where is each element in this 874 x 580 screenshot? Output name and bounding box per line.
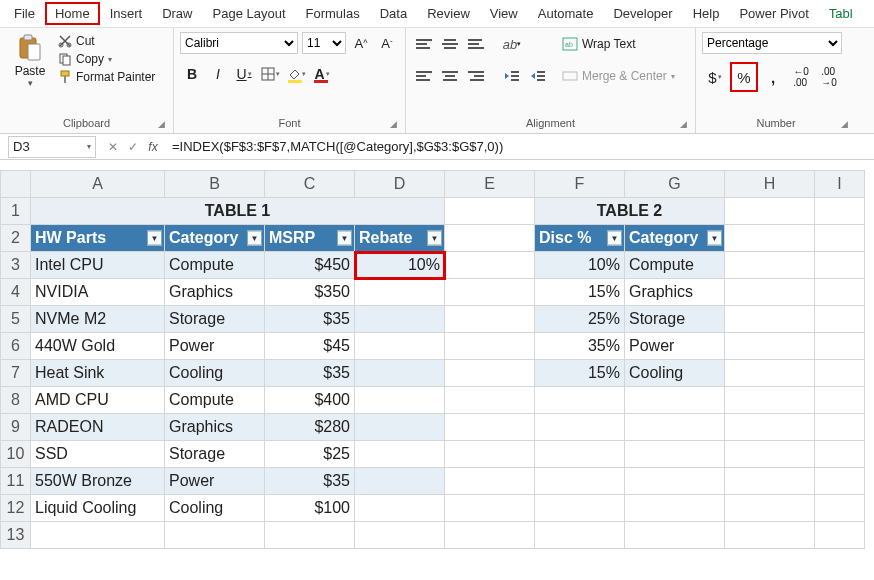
cell[interactable]: $35 (265, 306, 355, 333)
cell[interactable] (815, 333, 865, 360)
font-size-select[interactable]: 11 (302, 32, 346, 54)
col-header-A[interactable]: A (31, 171, 165, 198)
increase-decimal-button[interactable]: ←0.00 (788, 64, 814, 90)
menu-home[interactable]: Home (45, 2, 100, 25)
table1-header-hwparts[interactable]: HW Parts▼ (31, 225, 165, 252)
cell[interactable] (355, 414, 445, 441)
row-header-11[interactable]: 11 (1, 468, 31, 495)
decrease-decimal-button[interactable]: .00→0 (816, 64, 842, 90)
cell[interactable] (725, 414, 815, 441)
cell[interactable] (725, 522, 815, 549)
cell[interactable]: NVMe M2 (31, 306, 165, 333)
table2-header-disc[interactable]: Disc %▼ (535, 225, 625, 252)
cell[interactable]: 25% (535, 306, 625, 333)
table1-header-msrp[interactable]: MSRP▼ (265, 225, 355, 252)
paste-button[interactable]: Paste ▾ (6, 32, 54, 88)
filter-dropdown-icon[interactable]: ▼ (247, 231, 262, 246)
cell[interactable] (625, 468, 725, 495)
cell[interactable] (725, 279, 815, 306)
col-header-D[interactable]: D (355, 171, 445, 198)
menu-file[interactable]: File (4, 2, 45, 25)
enter-formula-button[interactable]: ✓ (124, 140, 142, 154)
cell[interactable] (725, 441, 815, 468)
filter-dropdown-icon[interactable]: ▼ (337, 231, 352, 246)
align-right-button[interactable] (464, 64, 488, 88)
bold-button[interactable]: B (180, 62, 204, 86)
cell[interactable]: Heat Sink (31, 360, 165, 387)
cell[interactable]: 15% (535, 279, 625, 306)
cell[interactable]: Power (625, 333, 725, 360)
filter-dropdown-icon[interactable]: ▼ (427, 231, 442, 246)
cell[interactable]: $350 (265, 279, 355, 306)
align-bottom-button[interactable] (464, 32, 488, 56)
cell[interactable] (31, 522, 165, 549)
cell[interactable] (815, 225, 865, 252)
merge-center-button[interactable]: Merge & Center ▾ (558, 64, 679, 88)
cell[interactable] (815, 414, 865, 441)
cell[interactable] (355, 360, 445, 387)
cell[interactable] (535, 387, 625, 414)
cell[interactable]: $35 (265, 360, 355, 387)
cell[interactable]: $400 (265, 387, 355, 414)
table1-title[interactable]: TABLE 1 (31, 198, 445, 225)
cell[interactable] (815, 279, 865, 306)
menu-automate[interactable]: Automate (528, 2, 604, 25)
row-header-10[interactable]: 10 (1, 441, 31, 468)
cell[interactable] (445, 252, 535, 279)
row-header-2[interactable]: 2 (1, 225, 31, 252)
table2-header-category[interactable]: Category▼ (625, 225, 725, 252)
cell[interactable] (445, 225, 535, 252)
decrease-font-size-button[interactable]: Aˇ (376, 32, 398, 54)
cell[interactable] (625, 522, 725, 549)
menu-review[interactable]: Review (417, 2, 480, 25)
cell[interactable]: Compute (165, 252, 265, 279)
dialog-launcher-icon[interactable]: ◢ (841, 119, 848, 129)
cell[interactable] (165, 522, 265, 549)
dialog-launcher-icon[interactable]: ◢ (680, 119, 687, 129)
cell[interactable]: Compute (625, 252, 725, 279)
chevron-down-icon[interactable]: ▾ (87, 142, 91, 151)
col-header-E[interactable]: E (445, 171, 535, 198)
insert-function-button[interactable]: fx (144, 140, 162, 154)
cell[interactable] (815, 441, 865, 468)
select-all-cell[interactable] (1, 171, 31, 198)
cell[interactable]: 15% (535, 360, 625, 387)
cell[interactable] (355, 333, 445, 360)
menu-power-pivot[interactable]: Power Pivot (729, 2, 818, 25)
cell[interactable] (625, 387, 725, 414)
menu-draw[interactable]: Draw (152, 2, 202, 25)
row-header-12[interactable]: 12 (1, 495, 31, 522)
cell[interactable] (815, 495, 865, 522)
number-format-select[interactable]: Percentage (702, 32, 842, 54)
menu-data[interactable]: Data (370, 2, 417, 25)
menu-formulas[interactable]: Formulas (296, 2, 370, 25)
copy-button[interactable]: Copy ▾ (58, 52, 155, 66)
cell[interactable] (535, 414, 625, 441)
cell[interactable] (725, 252, 815, 279)
col-header-F[interactable]: F (535, 171, 625, 198)
cell[interactable] (815, 252, 865, 279)
menu-view[interactable]: View (480, 2, 528, 25)
cell[interactable] (725, 495, 815, 522)
cell[interactable]: AMD CPU (31, 387, 165, 414)
cell[interactable]: $280 (265, 414, 355, 441)
filter-dropdown-icon[interactable]: ▼ (607, 231, 622, 246)
menu-table[interactable]: Tabl (819, 2, 863, 25)
col-header-I[interactable]: I (815, 171, 865, 198)
cell[interactable] (445, 306, 535, 333)
cell[interactable] (725, 225, 815, 252)
cell[interactable] (625, 441, 725, 468)
cell[interactable]: Storage (165, 306, 265, 333)
cell[interactable]: SSD (31, 441, 165, 468)
cell[interactable]: 35% (535, 333, 625, 360)
menu-help[interactable]: Help (683, 2, 730, 25)
cell[interactable]: RADEON (31, 414, 165, 441)
cell[interactable] (355, 522, 445, 549)
cell[interactable] (445, 495, 535, 522)
font-color-button[interactable]: A▾ (310, 62, 334, 86)
cell[interactable] (445, 279, 535, 306)
cell[interactable]: Graphics (625, 279, 725, 306)
cell[interactable] (815, 387, 865, 414)
cell[interactable]: 10% (535, 252, 625, 279)
format-painter-button[interactable]: Format Painter (58, 70, 155, 84)
